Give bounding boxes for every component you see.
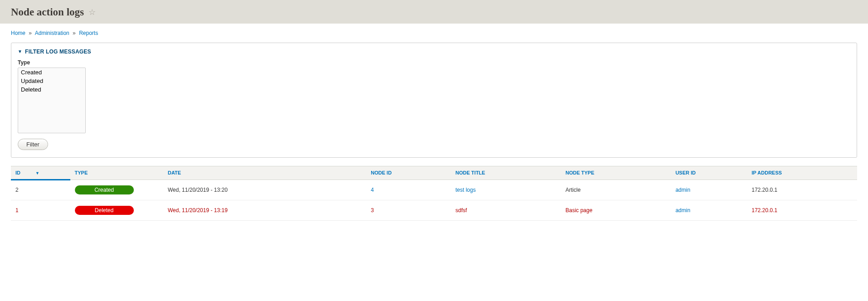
table-row: 1DeletedWed, 11/20/2019 - 13:193sdfsfBas… [11,200,857,220]
filter-legend-text: FILTER LOG MESSAGES [25,49,91,55]
node-title-link[interactable]: sdfsf [456,207,467,214]
breadcrumb-home[interactable]: Home [11,30,25,36]
node-id-link[interactable]: 4 [371,187,374,193]
cell-ip: 172.20.0.1 [747,200,858,220]
table-header-row: ID ▼ TYPE DATE NODE ID NODE TITLE NODE T… [11,166,857,180]
col-date[interactable]: DATE [168,170,181,175]
page-title: Node action logs [11,6,84,18]
cell-user-id: admin [671,180,747,200]
cell-user-id: admin [671,200,747,220]
cell-node-title: test logs [451,180,561,200]
header-bar: Node action logs ☆ [0,0,868,24]
status-badge: Deleted [75,206,134,215]
breadcrumb: Home » Administration » Reports [11,30,857,36]
node-id-link[interactable]: 3 [371,207,374,214]
col-node-title[interactable]: NODE TITLE [456,170,485,175]
user-link[interactable]: admin [676,207,691,214]
cell-node-id: 4 [366,180,451,200]
filter-button[interactable]: Filter [18,139,48,150]
type-option[interactable]: Created [18,68,85,77]
user-link[interactable]: admin [676,187,691,193]
type-option[interactable]: Updated [18,77,85,85]
col-node-id[interactable]: NODE ID [371,170,392,175]
breadcrumb-reports[interactable]: Reports [79,30,98,36]
content-region: Home » Administration » Reports ▼ FILTER… [0,24,868,234]
type-label: Type [18,59,850,66]
triangle-down-icon: ▼ [18,49,22,54]
cell-type: Created [70,180,163,200]
cell-node-id: 3 [366,200,451,220]
cell-node-type: Article [561,180,671,200]
filter-legend[interactable]: ▼ FILTER LOG MESSAGES [18,49,91,55]
cell-node-type: Basic page [561,200,671,220]
cell-date: Wed, 11/20/2019 - 13:20 [163,180,367,200]
status-badge: Created [75,185,134,194]
col-type[interactable]: TYPE [75,170,88,175]
cell-node-title: sdfsf [451,200,561,220]
col-user-id[interactable]: USER ID [676,170,696,175]
cell-id: 1 [11,200,70,220]
type-select[interactable]: CreatedUpdatedDeleted [18,68,86,133]
col-node-type[interactable]: NODE TYPE [565,170,594,175]
breadcrumb-sep: » [73,30,76,36]
node-title-link[interactable]: test logs [456,187,476,193]
cell-date: Wed, 11/20/2019 - 13:19 [163,200,367,220]
log-table: ID ▼ TYPE DATE NODE ID NODE TITLE NODE T… [11,166,857,221]
col-ip[interactable]: IP ADDRESS [752,170,782,175]
table-row: 2CreatedWed, 11/20/2019 - 13:204test log… [11,180,857,200]
breadcrumb-admin[interactable]: Administration [35,30,69,36]
cell-ip: 172.20.0.1 [747,180,858,200]
filter-fieldset: ▼ FILTER LOG MESSAGES Type CreatedUpdate… [11,43,857,158]
cell-type: Deleted [70,200,163,220]
cell-id: 2 [11,180,70,200]
breadcrumb-sep: » [29,30,32,36]
star-icon[interactable]: ☆ [88,8,96,16]
col-id[interactable]: ID [15,170,20,175]
sort-desc-icon: ▼ [35,171,39,175]
type-option[interactable]: Deleted [18,85,85,94]
